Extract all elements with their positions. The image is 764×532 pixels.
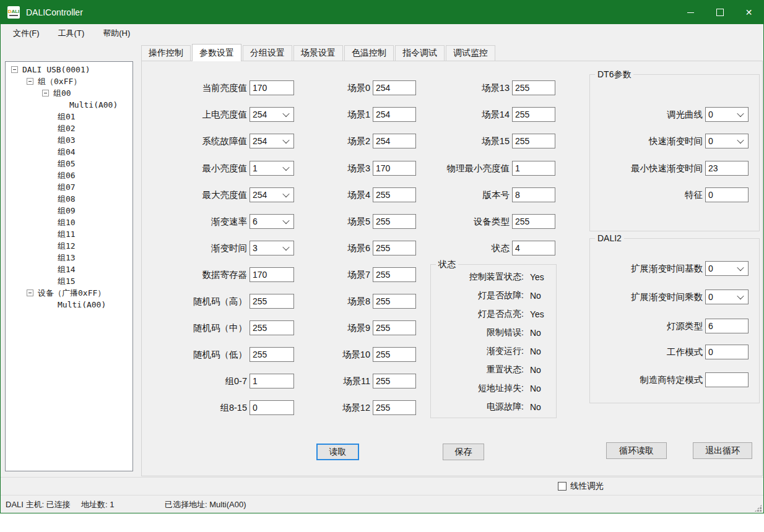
tree-node-multi-a00[interactable]: Multi(A00) [6,99,132,111]
scene-2-input[interactable] [373,134,416,148]
field-label: 场景14 [427,109,510,121]
scene-12-input[interactable] [373,400,416,415]
menu-help[interactable]: 帮助(H) [97,26,136,41]
tree-node-label: 组07 [58,182,76,193]
tree-node-label: 组04 [58,147,76,158]
tree-node-group00[interactable]: 组00 [6,87,132,99]
fast-fade-time-select[interactable]: 0 [705,134,749,148]
field-label: 物理最小亮度值 [427,163,510,174]
tree-expand-icon[interactable] [27,290,33,296]
field-label: 版本号 [427,189,510,201]
status-input[interactable] [512,241,555,255]
tab-color-temp-control[interactable]: 色温控制 [344,45,394,61]
tree-node-device-multi-a00[interactable]: Multi(A00) [6,299,132,311]
tab-scene-settings[interactable]: 场景设置 [293,45,343,61]
close-button[interactable]: ✕ [734,1,763,24]
minimize-button[interactable] [676,1,705,24]
tree-node-group02[interactable]: 组02 [6,122,132,134]
operating-mode-input[interactable] [705,345,749,359]
features-input[interactable] [705,187,749,202]
scene-9-input[interactable] [373,320,416,335]
tree-node-label: 组（0xFF） [38,76,81,87]
device-type-input[interactable] [512,214,555,229]
scene-1-input[interactable] [373,107,416,122]
ext-fade-time-base-select[interactable]: 0 [705,261,749,276]
tree-expand-icon[interactable] [42,90,49,97]
linear-dimming-checkbox[interactable]: 线性调光 [558,481,604,492]
scene-13-input[interactable] [512,80,555,95]
close-icon: ✕ [745,8,753,17]
tree-node-label: 组02 [58,123,76,134]
scene-10-input[interactable] [373,347,416,362]
menu-tools[interactable]: 工具(T) [52,26,91,41]
scene-8-input[interactable] [373,294,416,309]
save-button[interactable]: 保存 [443,444,484,460]
maximize-button[interactable] [705,1,734,24]
statusbar-address-count: 地址数: 1 [81,496,114,513]
tree-node-device-broadcast[interactable]: 设备（广播0xFF） [6,287,132,299]
tree-node-label: 组11 [58,229,76,240]
tree-node-group07[interactable]: 组07 [6,181,132,193]
exit-loop-button[interactable]: 退出循环 [693,442,752,459]
min-fast-fade-time-input[interactable] [705,161,749,176]
tree-node-group03[interactable]: 组03 [6,134,132,146]
tree-node-group08[interactable]: 组08 [6,193,132,205]
tab-command-debug[interactable]: 指令调试 [395,45,445,61]
tree-expand-icon[interactable] [11,66,18,73]
field-label: 当前亮度值 [142,82,247,94]
menu-file[interactable]: 文件(F) [7,26,46,41]
tree-node-label: DALI USB(0001) [22,65,90,74]
loop-read-button[interactable]: 循环读取 [606,442,667,459]
tree-node-group05[interactable]: 组05 [6,158,132,169]
tree-node-group12[interactable]: 组12 [6,240,132,252]
tree-node-group01[interactable]: 组01 [6,111,132,122]
scene-5-input[interactable] [373,214,416,229]
ext-fade-time-multiplier-select[interactable]: 0 [705,290,749,304]
footer-row: 线性调光 [1,478,763,495]
field-label: 灯源类型 [519,320,703,332]
field-label: 数据寄存器 [142,269,247,281]
tab-grouping-settings[interactable]: 分组设置 [243,45,292,61]
tree-node-group13[interactable]: 组13 [6,252,132,264]
tab-debug-monitor[interactable]: 调试监控 [446,45,495,61]
status-label: 限制错误: [433,327,524,338]
tab-parameter-settings[interactable]: 参数设置 [192,44,241,61]
tree-node-group10[interactable]: 组10 [6,217,132,228]
scene-3-input[interactable] [373,161,416,176]
tree-node-label: 组14 [58,264,76,275]
field-label: 场景10 [286,349,370,361]
read-button[interactable]: 读取 [316,444,359,460]
resize-grip[interactable] [754,504,762,512]
tree-node-group09[interactable]: 组09 [6,205,132,217]
scene-4-input[interactable] [373,187,416,202]
dt6-groupbox-title: DT6参数 [595,69,633,80]
scene-7-input[interactable] [373,267,416,282]
dali2-groupbox-title: DALI2 [595,233,624,243]
status-label: 控制装置状态: [433,272,524,283]
statusbar: DALI 主机: 已连接 地址数: 1 已选择地址: Multi(A00) [1,495,763,513]
tree-node-group15[interactable]: 组15 [6,275,132,287]
tree-node-group04[interactable]: 组04 [6,146,132,158]
checkbox-label: 线性调光 [570,481,604,492]
tree-node-root[interactable]: DALI USB(0001) [6,64,132,75]
field-label: 场景4 [286,189,370,201]
field-label: 状态 [427,242,510,254]
light-source-type-input[interactable] [705,319,749,333]
dt6-groupbox: DT6参数 [589,74,760,231]
scene-0-input[interactable] [373,80,416,95]
tree-node-group14[interactable]: 组14 [6,264,132,275]
tree-node-group11[interactable]: 组11 [6,228,132,240]
select-value: 0 [706,264,713,273]
status-label: 短地址掉失: [433,383,524,394]
field-label: 随机码（高） [142,296,247,307]
tree-node-label: 组00 [53,88,71,99]
scene-6-input[interactable] [373,241,416,255]
tab-operation-control[interactable]: 操作控制 [141,45,191,61]
dimming-curve-select[interactable]: 0 [705,107,749,122]
tree-expand-icon[interactable] [27,78,33,85]
tree-node-group06[interactable]: 组06 [6,169,132,181]
select-value: 6 [250,217,258,226]
tree-node-group[interactable]: 组（0xFF） [6,75,132,87]
manufacturer-mode-input[interactable] [705,372,749,387]
scene-11-input[interactable] [373,374,416,388]
